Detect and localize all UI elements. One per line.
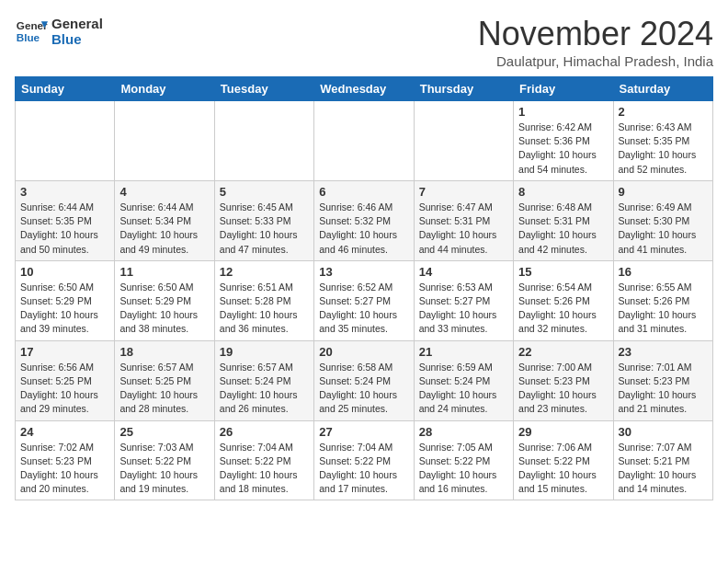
weekday-header-saturday: Saturday <box>613 77 712 101</box>
svg-text:General: General <box>17 19 48 31</box>
calendar-cell <box>314 101 414 181</box>
calendar-cell: 4Sunrise: 6:44 AMSunset: 5:34 PMDaylight… <box>115 180 214 260</box>
calendar-table: SundayMondayTuesdayWednesdayThursdayFrid… <box>15 76 713 500</box>
calendar-cell: 5Sunrise: 6:45 AMSunset: 5:33 PMDaylight… <box>214 180 313 260</box>
day-number: 8 <box>518 185 608 199</box>
day-info: Sunrise: 6:49 AMSunset: 5:30 PMDaylight:… <box>619 201 708 257</box>
logo: General Blue General Blue <box>15 15 103 48</box>
calendar-cell: 29Sunrise: 7:06 AMSunset: 5:22 PMDayligh… <box>514 420 613 500</box>
day-info: Sunrise: 6:57 AMSunset: 5:25 PMDaylight:… <box>119 361 209 417</box>
calendar-cell <box>115 101 214 181</box>
day-number: 18 <box>119 345 209 359</box>
day-info: Sunrise: 6:43 AMSunset: 5:35 PMDaylight:… <box>619 121 708 177</box>
calendar-cell: 17Sunrise: 6:56 AMSunset: 5:25 PMDayligh… <box>16 340 115 420</box>
day-info: Sunrise: 7:05 AMSunset: 5:22 PMDaylight:… <box>419 441 508 497</box>
day-number: 19 <box>220 345 309 359</box>
calendar-week-4: 17Sunrise: 6:56 AMSunset: 5:25 PMDayligh… <box>16 340 713 420</box>
day-number: 12 <box>220 265 309 279</box>
day-number: 17 <box>20 345 109 359</box>
calendar-cell <box>414 101 513 181</box>
day-number: 11 <box>119 265 209 279</box>
title-block: November 2024 Daulatpur, Himachal Prades… <box>478 15 713 69</box>
day-number: 21 <box>419 345 508 359</box>
calendar-cell: 30Sunrise: 7:07 AMSunset: 5:21 PMDayligh… <box>613 420 712 500</box>
day-info: Sunrise: 6:56 AMSunset: 5:25 PMDaylight:… <box>20 361 109 417</box>
calendar-cell <box>214 101 313 181</box>
calendar-cell: 8Sunrise: 6:48 AMSunset: 5:31 PMDaylight… <box>514 180 613 260</box>
day-number: 24 <box>20 425 109 439</box>
day-info: Sunrise: 6:53 AMSunset: 5:27 PMDaylight:… <box>419 281 508 337</box>
day-info: Sunrise: 6:46 AMSunset: 5:32 PMDaylight:… <box>319 201 408 257</box>
calendar-cell: 6Sunrise: 6:46 AMSunset: 5:32 PMDaylight… <box>314 180 414 260</box>
svg-text:Blue: Blue <box>17 31 40 43</box>
page-header: General Blue General Blue November 2024 … <box>15 15 713 69</box>
day-info: Sunrise: 6:45 AMSunset: 5:33 PMDaylight:… <box>220 201 309 257</box>
calendar-cell: 13Sunrise: 6:52 AMSunset: 5:27 PMDayligh… <box>314 260 414 340</box>
calendar-cell: 7Sunrise: 6:47 AMSunset: 5:31 PMDaylight… <box>414 180 513 260</box>
calendar-cell: 25Sunrise: 7:03 AMSunset: 5:22 PMDayligh… <box>115 420 214 500</box>
calendar-cell: 11Sunrise: 6:50 AMSunset: 5:29 PMDayligh… <box>115 260 214 340</box>
calendar-cell: 16Sunrise: 6:55 AMSunset: 5:26 PMDayligh… <box>613 260 712 340</box>
day-number: 1 <box>518 105 608 119</box>
calendar-cell: 22Sunrise: 7:00 AMSunset: 5:23 PMDayligh… <box>514 340 613 420</box>
day-number: 28 <box>419 425 508 439</box>
location: Daulatpur, Himachal Pradesh, India <box>478 53 713 69</box>
calendar-cell: 23Sunrise: 7:01 AMSunset: 5:23 PMDayligh… <box>613 340 712 420</box>
day-info: Sunrise: 6:44 AMSunset: 5:35 PMDaylight:… <box>20 201 109 257</box>
calendar-cell: 15Sunrise: 6:54 AMSunset: 5:26 PMDayligh… <box>514 260 613 340</box>
calendar-cell: 26Sunrise: 7:04 AMSunset: 5:22 PMDayligh… <box>214 420 313 500</box>
weekday-header-friday: Friday <box>514 77 613 101</box>
calendar-body: 1Sunrise: 6:42 AMSunset: 5:36 PMDaylight… <box>16 101 713 500</box>
day-info: Sunrise: 6:47 AMSunset: 5:31 PMDaylight:… <box>419 201 508 257</box>
day-number: 9 <box>619 185 708 199</box>
day-number: 22 <box>518 345 608 359</box>
day-info: Sunrise: 6:48 AMSunset: 5:31 PMDaylight:… <box>518 201 608 257</box>
calendar-cell: 20Sunrise: 6:58 AMSunset: 5:24 PMDayligh… <box>314 340 414 420</box>
weekday-header-monday: Monday <box>115 77 214 101</box>
day-info: Sunrise: 6:50 AMSunset: 5:29 PMDaylight:… <box>119 281 209 337</box>
day-info: Sunrise: 6:51 AMSunset: 5:28 PMDaylight:… <box>220 281 309 337</box>
day-info: Sunrise: 7:04 AMSunset: 5:22 PMDaylight:… <box>319 441 408 497</box>
day-info: Sunrise: 7:03 AMSunset: 5:22 PMDaylight:… <box>119 441 209 497</box>
calendar-week-1: 1Sunrise: 6:42 AMSunset: 5:36 PMDaylight… <box>16 101 713 181</box>
logo-icon: General Blue <box>15 15 48 48</box>
day-number: 25 <box>119 425 209 439</box>
day-info: Sunrise: 7:06 AMSunset: 5:22 PMDaylight:… <box>518 441 608 497</box>
calendar-cell: 28Sunrise: 7:05 AMSunset: 5:22 PMDayligh… <box>414 420 513 500</box>
calendar-cell: 10Sunrise: 6:50 AMSunset: 5:29 PMDayligh… <box>16 260 115 340</box>
day-number: 16 <box>619 265 708 279</box>
day-number: 29 <box>518 425 608 439</box>
calendar-week-3: 10Sunrise: 6:50 AMSunset: 5:29 PMDayligh… <box>16 260 713 340</box>
logo-general: General <box>51 16 103 31</box>
day-number: 26 <box>220 425 309 439</box>
day-number: 14 <box>419 265 508 279</box>
day-info: Sunrise: 6:59 AMSunset: 5:24 PMDaylight:… <box>419 361 508 417</box>
day-info: Sunrise: 6:55 AMSunset: 5:26 PMDaylight:… <box>619 281 708 337</box>
day-info: Sunrise: 6:52 AMSunset: 5:27 PMDaylight:… <box>319 281 408 337</box>
calendar-cell: 3Sunrise: 6:44 AMSunset: 5:35 PMDaylight… <box>16 180 115 260</box>
day-info: Sunrise: 6:42 AMSunset: 5:36 PMDaylight:… <box>518 121 608 177</box>
day-number: 3 <box>20 185 109 199</box>
calendar-header-row: SundayMondayTuesdayWednesdayThursdayFrid… <box>16 77 713 101</box>
day-number: 10 <box>20 265 109 279</box>
calendar-cell: 24Sunrise: 7:02 AMSunset: 5:23 PMDayligh… <box>16 420 115 500</box>
calendar-cell: 14Sunrise: 6:53 AMSunset: 5:27 PMDayligh… <box>414 260 513 340</box>
day-info: Sunrise: 7:07 AMSunset: 5:21 PMDaylight:… <box>619 441 708 497</box>
day-number: 2 <box>619 105 708 119</box>
month-title: November 2024 <box>478 15 713 53</box>
day-info: Sunrise: 7:02 AMSunset: 5:23 PMDaylight:… <box>20 441 109 497</box>
day-number: 5 <box>220 185 309 199</box>
calendar-cell <box>16 101 115 181</box>
day-number: 6 <box>319 185 408 199</box>
day-number: 27 <box>319 425 408 439</box>
calendar-cell: 2Sunrise: 6:43 AMSunset: 5:35 PMDaylight… <box>613 101 712 181</box>
weekday-header-sunday: Sunday <box>16 77 115 101</box>
weekday-header-tuesday: Tuesday <box>214 77 313 101</box>
day-info: Sunrise: 6:54 AMSunset: 5:26 PMDaylight:… <box>518 281 608 337</box>
day-number: 4 <box>119 185 209 199</box>
day-info: Sunrise: 6:44 AMSunset: 5:34 PMDaylight:… <box>119 201 209 257</box>
calendar-cell: 21Sunrise: 6:59 AMSunset: 5:24 PMDayligh… <box>414 340 513 420</box>
calendar-cell: 19Sunrise: 6:57 AMSunset: 5:24 PMDayligh… <box>214 340 313 420</box>
day-info: Sunrise: 6:58 AMSunset: 5:24 PMDaylight:… <box>319 361 408 417</box>
calendar-cell: 18Sunrise: 6:57 AMSunset: 5:25 PMDayligh… <box>115 340 214 420</box>
